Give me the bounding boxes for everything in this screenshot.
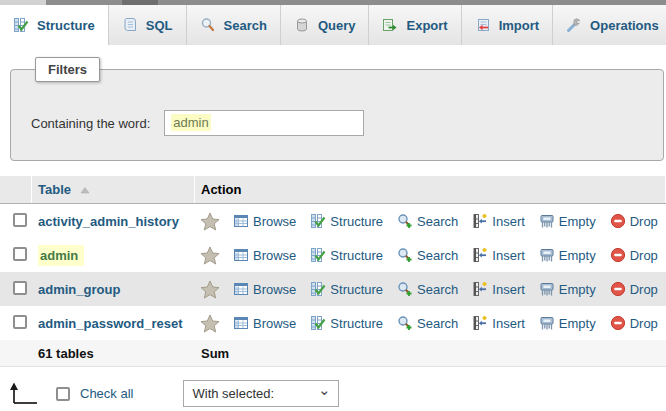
insert-row-icon <box>472 315 488 331</box>
check-all-label[interactable]: Check all <box>80 386 133 401</box>
search-plus-icon <box>397 247 413 263</box>
empty-table-icon <box>539 213 555 229</box>
top-window-strip <box>0 0 666 5</box>
tab-bar: Structure SQL Search Query Export Import… <box>0 5 666 45</box>
tab-query[interactable]: Query <box>281 5 370 45</box>
row-checkbox[interactable] <box>13 247 27 261</box>
query-icon <box>294 17 310 33</box>
structure-icon <box>310 281 326 297</box>
row-checkbox[interactable] <box>13 281 27 295</box>
export-icon <box>382 17 398 33</box>
favorite-star-icon[interactable] <box>200 314 220 333</box>
action-empty[interactable]: Empty <box>539 247 596 263</box>
action-insert[interactable]: Insert <box>472 281 525 297</box>
check-all-control[interactable]: Check all <box>56 386 133 401</box>
check-all-checkbox[interactable] <box>56 387 70 401</box>
action-label: Insert <box>492 316 525 331</box>
action-structure[interactable]: Structure <box>310 315 383 331</box>
tab-export[interactable]: Export <box>369 5 461 45</box>
empty-table-icon <box>539 247 555 263</box>
search-plus-icon <box>397 315 413 331</box>
table-row: admin_group Browse Structure Search Inse… <box>0 272 666 306</box>
insert-row-icon <box>472 213 488 229</box>
action-search[interactable]: Search <box>397 281 458 297</box>
action-drop[interactable]: Drop <box>610 213 658 229</box>
action-browse[interactable]: Browse <box>233 281 296 297</box>
tab-label: Import <box>499 18 539 33</box>
table-row: admin_password_reset Browse Structure Se… <box>0 306 666 340</box>
tab-import[interactable]: Import <box>462 5 553 45</box>
action-label: Drop <box>630 248 658 263</box>
action-label: Empty <box>559 248 596 263</box>
action-search[interactable]: Search <box>397 315 458 331</box>
table-name-link[interactable]: activity_admin_history <box>38 214 179 229</box>
action-empty[interactable]: Empty <box>539 213 596 229</box>
action-insert[interactable]: Insert <box>472 247 525 263</box>
action-label: Browse <box>253 248 296 263</box>
tab-sql[interactable]: SQL <box>109 5 187 45</box>
row-checkbox[interactable] <box>13 213 27 227</box>
action-column-label: Action <box>200 182 241 197</box>
action-label: Browse <box>253 282 296 297</box>
tab-structure[interactable]: Structure <box>0 5 109 45</box>
filter-value-highlight: admin <box>171 114 210 131</box>
table-name-link-highlighted[interactable]: admin <box>38 245 84 266</box>
action-drop[interactable]: Drop <box>610 281 658 297</box>
action-drop[interactable]: Drop <box>610 315 658 331</box>
tab-operations[interactable]: Operations <box>553 5 666 45</box>
tab-label: Operations <box>590 18 659 33</box>
structure-icon <box>13 17 29 33</box>
table-row: activity_admin_history Browse Structure … <box>0 204 666 238</box>
action-drop[interactable]: Drop <box>610 247 658 263</box>
with-selected-wrapper: With selected: <box>183 380 339 407</box>
empty-table-icon <box>539 281 555 297</box>
filters-fieldset: Filters Containing the word: admin <box>10 57 664 161</box>
action-search[interactable]: Search <box>397 247 458 263</box>
table-name-link[interactable]: admin_password_reset <box>38 316 183 331</box>
structure-icon <box>310 315 326 331</box>
action-browse[interactable]: Browse <box>233 247 296 263</box>
favorite-star-icon[interactable] <box>200 246 220 265</box>
action-label: Empty <box>559 282 596 297</box>
action-empty[interactable]: Empty <box>539 281 596 297</box>
tab-label: Export <box>406 18 447 33</box>
selection-arrow-icon <box>8 382 38 405</box>
header-action-column: Action <box>195 176 666 203</box>
tables-count: 61 tables <box>38 346 94 361</box>
favorite-star-icon[interactable] <box>200 280 220 299</box>
action-label: Structure <box>330 214 383 229</box>
drop-icon <box>610 213 626 229</box>
action-label: Search <box>417 282 458 297</box>
action-browse[interactable]: Browse <box>233 315 296 331</box>
drop-icon <box>610 315 626 331</box>
action-search[interactable]: Search <box>397 213 458 229</box>
action-structure[interactable]: Structure <box>310 281 383 297</box>
action-label: Browse <box>253 214 296 229</box>
sum-label: Sum <box>200 346 229 361</box>
search-icon <box>200 17 216 33</box>
with-selected-select[interactable]: With selected: <box>183 380 339 407</box>
structure-icon <box>310 247 326 263</box>
action-insert[interactable]: Insert <box>472 315 525 331</box>
sort-ascending-icon <box>80 185 90 195</box>
action-structure[interactable]: Structure <box>310 213 383 229</box>
table-name-link[interactable]: admin_group <box>38 282 120 297</box>
action-empty[interactable]: Empty <box>539 315 596 331</box>
action-label: Empty <box>559 316 596 331</box>
structure-icon <box>310 213 326 229</box>
row-checkbox[interactable] <box>13 315 27 329</box>
tab-label: SQL <box>146 18 173 33</box>
top-strip-dark-segment <box>122 0 158 5</box>
word-filter-input[interactable]: admin <box>164 110 364 136</box>
browse-icon <box>233 213 249 229</box>
tab-search[interactable]: Search <box>187 5 281 45</box>
favorite-star-icon[interactable] <box>200 212 220 231</box>
action-label: Search <box>417 248 458 263</box>
operations-icon <box>566 17 582 33</box>
action-browse[interactable]: Browse <box>233 213 296 229</box>
sort-by-table-link[interactable]: Table <box>38 182 71 197</box>
browse-icon <box>233 247 249 263</box>
action-insert[interactable]: Insert <box>472 213 525 229</box>
insert-row-icon <box>472 281 488 297</box>
action-structure[interactable]: Structure <box>310 247 383 263</box>
